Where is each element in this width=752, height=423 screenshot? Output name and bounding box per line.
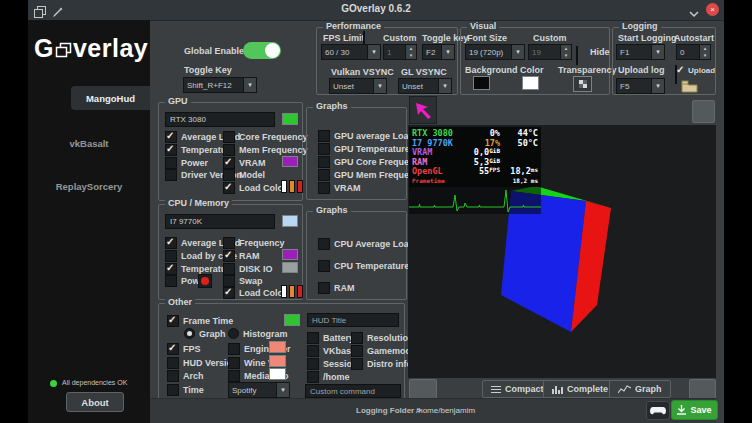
- cpu-name-input[interactable]: [165, 214, 275, 229]
- hud-title-input[interactable]: [307, 313, 399, 327]
- autostart-label: Autostart: [674, 33, 714, 43]
- minimize-chevron-icon[interactable]: [688, 5, 700, 23]
- graph-check-gpu-average-load[interactable]: GPU average Load: [318, 130, 414, 141]
- logging-folder-path[interactable]: /home/benjamim: [416, 406, 475, 415]
- gpu-check-vram[interactable]: VRAM: [223, 157, 266, 168]
- upload-checkbox[interactable]: [675, 65, 677, 84]
- close-icon[interactable]: ×: [706, 3, 719, 16]
- vulkan-vsync-select[interactable]: Unset▾: [329, 78, 387, 94]
- graph-check-ram[interactable]: RAM: [318, 282, 355, 293]
- custom-fps-spinner[interactable]: 1 ▴▾: [383, 44, 417, 60]
- status-dot: [50, 380, 57, 387]
- custom-command-input[interactable]: [305, 384, 401, 398]
- other-check-resolution[interactable]: Resolution: [351, 332, 414, 343]
- gpu-check-power[interactable]: Power: [165, 157, 208, 168]
- complete-button[interactable]: Complete: [543, 380, 617, 398]
- cpu-check-ram[interactable]: RAM: [223, 250, 260, 261]
- sidebar: G verlay MangoHud vkBasalt ReplaySorcery…: [28, 20, 150, 423]
- sidebar-tab-replaysorcery[interactable]: ReplaySorcery: [28, 181, 150, 192]
- fps-limit-select[interactable]: 60 / 30▾: [321, 44, 381, 60]
- gpu-check-mem-frequency[interactable]: Mem Frequency: [223, 144, 308, 155]
- cpu-load-color-high-swatch[interactable]: [297, 285, 303, 298]
- cpu-check-swap[interactable]: Swap: [223, 275, 263, 286]
- spinner-arrows-icon[interactable]: ▴▾: [560, 45, 571, 59]
- other-check-distro-info[interactable]: Distro info: [351, 358, 412, 369]
- cpu-load-color-low-swatch[interactable]: [281, 285, 287, 298]
- background-color-swatch[interactable]: [473, 76, 490, 90]
- spinner-arrows-icon[interactable]: ▴▾: [699, 45, 710, 59]
- hud-api-row: OpenGL 55FPS 18,2ms: [412, 167, 538, 177]
- visual-group: Visual Font Size 19 (720p)▾ Custom 19 ▴▾…: [460, 27, 610, 95]
- about-button[interactable]: About: [66, 392, 124, 412]
- sidebar-tab-mangohud[interactable]: MangoHud: [71, 86, 150, 110]
- chevron-down-icon: ▾: [651, 79, 664, 93]
- graph-check-gpu-temperature[interactable]: GPU Temperature: [318, 143, 410, 154]
- other-check-frame-time[interactable]: Frame Time: [167, 315, 233, 326]
- gpu-name-input[interactable]: [165, 112, 275, 127]
- load-color-low-swatch[interactable]: [281, 180, 287, 193]
- gl-vsync-label: GL VSYNC: [401, 67, 447, 77]
- preview-bottom-left-button[interactable]: [409, 379, 437, 400]
- font-size-label: Font Size: [467, 33, 507, 43]
- other-check-fps[interactable]: FPS: [167, 343, 201, 354]
- graph-check-cpu-temperature[interactable]: CPU Temperature: [318, 260, 409, 271]
- folder-button[interactable]: [681, 79, 698, 97]
- spinner-arrows-icon[interactable]: ▴▾: [405, 45, 416, 59]
- disk-io-color-swatch[interactable]: [282, 262, 298, 273]
- gpu-check-core-frequency[interactable]: Core Frequency: [223, 131, 308, 142]
- cpu-power-color-button[interactable]: [198, 274, 212, 288]
- cpu-graphs-group: Graphs CPU Average Load CPU Temperature …: [306, 211, 407, 300]
- engine-ver-color-swatch[interactable]: [269, 341, 286, 353]
- cpu-check-frequency[interactable]: Frequency: [223, 237, 285, 248]
- media-player-select[interactable]: Spotify▾: [228, 382, 290, 398]
- graph-check-cpu-average-load[interactable]: CPU Average Load: [318, 238, 414, 249]
- cpu-check-load-color[interactable]: Load Color: [223, 287, 287, 298]
- other-check-arch[interactable]: Arch: [167, 370, 204, 381]
- cpu-load-color-mid-swatch[interactable]: [289, 285, 295, 298]
- frame-time-histogram-radio[interactable]: Histogram: [228, 328, 288, 339]
- other-check-session[interactable]: Session: [307, 358, 358, 369]
- start-logging-select[interactable]: F1▾: [616, 44, 665, 60]
- preview-canvas: RTX 3080 0% 44°C I7 9770K 17% 50°C VRAM …: [408, 125, 716, 378]
- ram-color-swatch[interactable]: [282, 249, 298, 260]
- frame-time-graph-radio[interactable]: Graph: [184, 328, 226, 339]
- graph-button[interactable]: Graph: [609, 380, 671, 398]
- upload-log-select[interactable]: F5▾: [616, 78, 665, 94]
- autostart-spinner[interactable]: 0 ▴▾: [676, 44, 711, 60]
- gpu-check-load-color[interactable]: Load Color: [223, 182, 287, 193]
- other-check-home[interactable]: /home: [307, 371, 350, 382]
- toggle-key-select[interactable]: Shift_R+F12 ▾: [183, 77, 257, 93]
- global-enable-toggle[interactable]: [243, 42, 281, 59]
- compact-button[interactable]: Compact: [482, 380, 553, 398]
- preview-top-right-button[interactable]: [692, 100, 715, 123]
- graph-check-vram[interactable]: VRAM: [318, 182, 361, 193]
- load-color-mid-swatch[interactable]: [289, 180, 295, 193]
- other-check-battery[interactable]: Battery: [307, 332, 354, 343]
- vram-color-swatch[interactable]: [282, 156, 298, 167]
- gl-vsync-select[interactable]: Unset▾: [398, 78, 452, 94]
- other-check-time[interactable]: Time: [167, 384, 204, 395]
- save-button[interactable]: Save: [671, 400, 718, 420]
- fps-toggle-key-select[interactable]: F2▾: [422, 44, 455, 60]
- preview-bottom-right-button[interactable]: [689, 379, 716, 400]
- custom-font-spinner[interactable]: 19 ▴▾: [528, 44, 572, 60]
- transparency-button[interactable]: [573, 76, 592, 92]
- media-info-color-swatch[interactable]: [269, 368, 286, 380]
- other-check-hud-version[interactable]: HUD Version: [167, 357, 238, 368]
- font-size-select[interactable]: 19 (720p)▾: [465, 44, 525, 60]
- other-check-gamemode[interactable]: Gamemode: [351, 345, 416, 356]
- cpu-check-disk-io[interactable]: DISK IO: [223, 263, 273, 274]
- text-color-swatch[interactable]: [522, 76, 539, 90]
- wine-ver-color-swatch[interactable]: [269, 355, 286, 367]
- gamepad-button[interactable]: [646, 401, 670, 420]
- sidebar-tab-vkbasalt[interactable]: vkBasalt: [28, 138, 150, 149]
- frame-time-color-swatch[interactable]: [284, 314, 300, 326]
- goverlay-app: GOverlay 0.6.2 × G verlay MangoHud vkBas…: [0, 0, 752, 423]
- cursor-arrow-button[interactable]: [409, 96, 437, 124]
- hide-checkbox[interactable]: [576, 46, 578, 65]
- gpu-check-model[interactable]: Model: [223, 169, 265, 180]
- gpu-text-color-swatch[interactable]: [282, 113, 298, 125]
- cpu-text-color-swatch[interactable]: [282, 215, 298, 227]
- load-color-high-swatch[interactable]: [297, 180, 303, 193]
- frametime-graph: [409, 187, 541, 214]
